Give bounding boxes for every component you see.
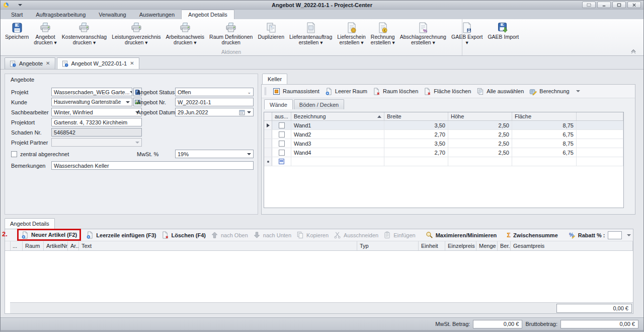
- toolbar-overflow-icon[interactable]: [627, 234, 631, 236]
- minimize-button[interactable]: [597, 2, 611, 8]
- printer-icon: [78, 21, 90, 34]
- berechnung-button[interactable]: Berechnung: [529, 88, 569, 95]
- table-row-wand1[interactable]: Wand1 3,50 2,50 8,75: [264, 121, 623, 130]
- new-row-checkbox-icon[interactable]: [279, 159, 284, 164]
- abschlagsrechnung-erstellen-button[interactable]: % Abschlagsrechnung erstellen ▾: [397, 20, 449, 46]
- rechnung-erstellen-button[interactable]: € Rechnung erstellen ▾: [368, 20, 397, 46]
- col-bezeichnung[interactable]: Bezeichnung: [291, 112, 384, 120]
- angebot-nr-input[interactable]: [175, 98, 254, 106]
- gaeb-import-button[interactable]: GAEB Import: [485, 20, 521, 40]
- loeschen-button[interactable]: Löschen (F4): [162, 231, 206, 239]
- tab-auftragsbearbeitung[interactable]: Auftragsbearbeitung: [29, 10, 92, 19]
- col-menge[interactable]: Menge: [476, 241, 498, 250]
- table-row-wand3[interactable]: Wand3 3,50 2,50 8,75: [264, 139, 623, 148]
- table-row-wand2[interactable]: Wand2 2,70 2,50 6,75: [264, 130, 623, 139]
- gaeb-export-button[interactable]: GAEB Export ▾: [449, 20, 485, 46]
- rabatt-input[interactable]: [608, 231, 622, 239]
- col-raum[interactable]: Raum: [23, 241, 44, 250]
- fullscreen-icon: [587, 3, 591, 7]
- doc-tab-angebote[interactable]: i Angebote ✕: [5, 57, 55, 69]
- doc-tab-label: Angebot W_2022-01-1: [71, 60, 127, 67]
- ribbon-collapse-button[interactable]: [629, 48, 637, 54]
- raumassistent-button[interactable]: Raumassistent: [273, 88, 319, 95]
- col-text[interactable]: Text: [79, 241, 357, 250]
- projekt-combo[interactable]: Wasserschaden_WEG Garte...: [51, 88, 132, 96]
- details-grid-footer: 0,00 €: [10, 302, 633, 313]
- tab-auswertungen[interactable]: Auswertungen: [133, 10, 181, 19]
- tab-angebot-details[interactable]: Angebot Details: [181, 10, 234, 19]
- bemerkungen-input[interactable]: [51, 161, 254, 170]
- leistungsverzeichnis-drucken-button[interactable]: Leistungsverzeichnis drucken ▾: [109, 20, 163, 46]
- kunde-combo[interactable]: Hausverwaltung Gartenstraße: [51, 98, 132, 106]
- col-einzelpreis[interactable]: Einzelpreis: [445, 241, 476, 250]
- speichern-button[interactable]: Speichern: [3, 20, 31, 40]
- fullscreen-button[interactable]: [582, 2, 596, 8]
- subtab-boeden-decken[interactable]: Böden / Decken: [294, 99, 344, 109]
- projekt-partner-combo[interactable]: [51, 138, 142, 147]
- sachbearbeiter-combo[interactable]: Winter, Winfried: [51, 108, 142, 116]
- col-aus[interactable]: aus...: [272, 112, 291, 120]
- col-ar[interactable]: Ar...: [68, 241, 79, 250]
- row-checkbox[interactable]: [279, 131, 285, 138]
- col-artikelnr[interactable]: ArtikelNr.: [44, 241, 68, 250]
- zwischensumme-button[interactable]: Σ Zwischensumme: [507, 232, 557, 238]
- subtab-waende[interactable]: Wände: [264, 99, 293, 109]
- raum-loeschen-button[interactable]: Raum löschen: [373, 88, 418, 95]
- angebot-datum-picker[interactable]: 29.Jun.2022: [175, 108, 254, 116]
- projektort-input[interactable]: [51, 118, 142, 126]
- tab-verwaltung[interactable]: Verwaltung: [92, 10, 132, 19]
- berechnung-dropdown-icon[interactable]: [576, 90, 580, 92]
- col-dots[interactable]: ...: [10, 241, 23, 250]
- flaeche-loeschen-button[interactable]: Fläche löschen: [424, 88, 471, 95]
- mwst-combo[interactable]: 19%: [175, 150, 254, 158]
- nach-oben-button[interactable]: nach Oben: [211, 231, 248, 239]
- einfuegen-button[interactable]: Einfügen: [383, 231, 415, 239]
- doc-tab-angebot-w-2022-01-1[interactable]: i Angebot W_2022-01-1 ✕: [57, 57, 139, 69]
- col-gesamtpreis[interactable]: Gesamtpreis: [511, 241, 633, 250]
- row-checkbox[interactable]: [279, 150, 285, 156]
- alle-auswaehlen-button[interactable]: Alle auswählen: [476, 88, 524, 95]
- angebot-details-tab[interactable]: Angebot Details: [5, 218, 55, 229]
- col-ber[interactable]: Ber...: [498, 241, 511, 250]
- raum-definitionen-drucken-button[interactable]: Raum Definitionen drucken: [207, 20, 255, 46]
- row-checkbox[interactable]: [279, 141, 285, 147]
- leerzeile-einfuegen-button[interactable]: Leerzeile einfügen (F3): [86, 231, 156, 239]
- kostenvoranschlag-drucken-button[interactable]: Kostenvoranschlag drucken ▾: [59, 20, 109, 46]
- table-new-row[interactable]: [264, 157, 623, 166]
- nach-unten-button[interactable]: nach Unten: [253, 231, 291, 239]
- angebot-nr-label: Angebot Nr.: [137, 99, 166, 105]
- details-grid-header: ... Raum ArtikelNr. Ar... Text Typ Einhe…: [5, 241, 633, 251]
- quick-access-dropdown-icon[interactable]: [18, 4, 22, 6]
- details-grid-body[interactable]: [5, 251, 633, 302]
- col-breite[interactable]: Breite: [384, 112, 448, 120]
- close-tab-icon[interactable]: ✕: [130, 61, 134, 66]
- duplizieren-button[interactable]: Duplizieren: [255, 20, 287, 40]
- schaden-nr-input[interactable]: [51, 128, 142, 137]
- chevron-down-icon: [247, 153, 251, 155]
- neuer-artikel-button[interactable]: Neuer Artikel (F2): [17, 229, 81, 241]
- close-button[interactable]: [627, 2, 641, 8]
- close-tab-icon[interactable]: ✕: [46, 61, 50, 66]
- kopieren-button[interactable]: Kopieren: [296, 231, 329, 239]
- col-einheit[interactable]: Einheit: [419, 241, 445, 250]
- lieferantenauftrag-erstellen-button[interactable]: Lieferantenauftrag erstellen ▾: [287, 20, 335, 46]
- toolbar-grip[interactable]: [265, 87, 266, 95]
- keller-tab[interactable]: Keller: [262, 74, 287, 84]
- maximieren-minimieren-button[interactable]: Maximieren/Minimieren: [426, 231, 497, 239]
- lieferschein-erstellen-button[interactable]: Lieferschein erstellen ▾: [335, 20, 368, 46]
- chevron-up-icon: [630, 49, 636, 54]
- row-checkbox[interactable]: [279, 122, 285, 128]
- col-typ[interactable]: Typ: [357, 241, 419, 250]
- table-row-wand4[interactable]: Wand4 2,70 2,50 6,75: [264, 148, 623, 157]
- maximize-button[interactable]: [612, 2, 626, 8]
- col-flaeche[interactable]: Fläche: [512, 112, 577, 120]
- ausschneiden-button[interactable]: Ausschneiden: [334, 231, 378, 239]
- angebot-status-combo[interactable]: Offen⌄: [175, 88, 254, 96]
- zentral-abgerechnet-checkbox[interactable]: [11, 151, 17, 157]
- col-hoehe[interactable]: Höhe: [448, 112, 512, 120]
- arbeitsnachweis-drucken-button[interactable]: Arbeitsnachweis drucken ▾: [164, 20, 207, 46]
- tab-start[interactable]: Start: [5, 10, 29, 19]
- leerer-raum-button[interactable]: Leerer Raum: [325, 88, 367, 95]
- angebote-form-panel: Angebote Projekt Wasserschaden_WEG Garte…: [5, 74, 258, 215]
- angebot-drucken-button[interactable]: Angebot drucken ▾: [31, 20, 59, 46]
